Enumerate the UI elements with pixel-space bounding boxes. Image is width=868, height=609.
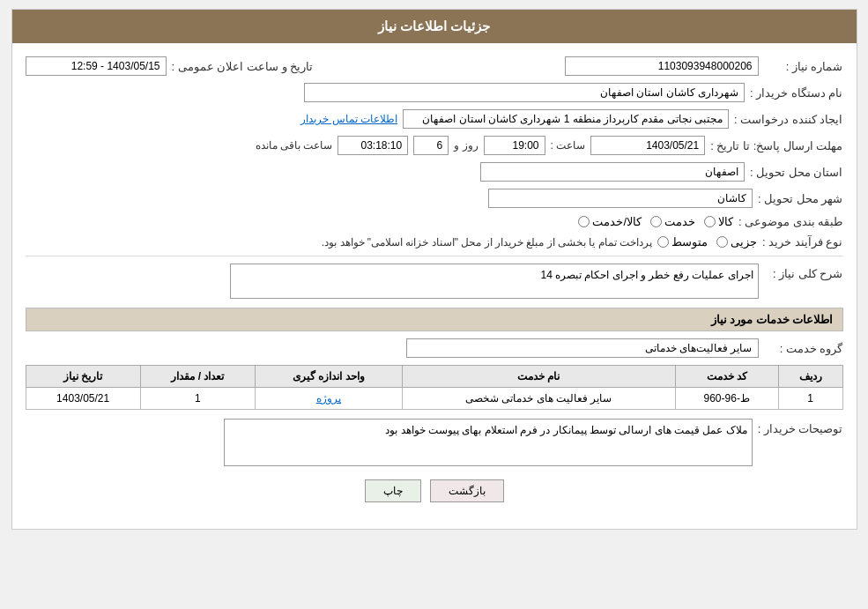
page-title: جزئیات اطلاعات نیاز xyxy=(378,19,490,33)
row-buyer-desc: توصیحات خریدار : ملاک عمل قیمت های ارسال… xyxy=(26,419,843,466)
purchase-type-note: پرداخت تمام یا بخشی از مبلغ خریدار از مح… xyxy=(26,236,653,249)
cell-date: 1403/05/21 xyxy=(26,388,140,410)
cell-unit: پروژه xyxy=(255,388,402,410)
radio-kala-khedmat-label: کالا/خدمت xyxy=(592,215,642,228)
remaining-days-label: روز و xyxy=(454,139,478,152)
cell-quantity: 1 xyxy=(140,388,255,410)
buyer-desc-label: توصیحات خریدار : xyxy=(758,419,843,435)
row-province: استان محل تحویل : xyxy=(26,162,843,182)
category-label: طبقه بندی موضوعی : xyxy=(738,215,842,228)
radio-jozi[interactable] xyxy=(716,236,728,248)
content-area: شماره نیاز : تاریخ و ساعت اعلان عمومی : … xyxy=(12,43,857,529)
col-header-row: ردیف xyxy=(778,366,842,388)
divider-1 xyxy=(26,256,843,256)
radio-item-khedmat: خدمت xyxy=(650,215,695,228)
row-notice-number: شماره نیاز : تاریخ و ساعت اعلان عمومی : xyxy=(26,56,843,76)
row-city: شهر محل تحویل : xyxy=(26,189,843,208)
contact-info-link[interactable]: اطلاعات تماس خریدار xyxy=(300,113,397,125)
row-service-group: گروه خدمت : xyxy=(26,338,843,358)
radio-motavasset-label: متوسط xyxy=(671,235,708,249)
deadline-date-input[interactable] xyxy=(590,136,705,155)
radio-item-jozi: جزیی xyxy=(716,235,757,249)
unit-link[interactable]: پروژه xyxy=(316,392,341,405)
radio-item-motavasset: متوسط xyxy=(657,235,708,249)
services-table: ردیف کد خدمت نام خدمت واحد اندازه گیری ت… xyxy=(26,365,843,410)
col-header-unit: واحد اندازه گیری xyxy=(255,366,402,388)
print-button[interactable]: چاپ xyxy=(365,479,421,502)
province-input[interactable] xyxy=(480,162,745,182)
deadline-time-label: ساعت : xyxy=(551,139,586,152)
table-header-row: ردیف کد خدمت نام خدمت واحد اندازه گیری ت… xyxy=(26,366,842,388)
row-creator: ایجاد کننده درخواست : اطلاعات تماس خریدا… xyxy=(26,109,843,129)
main-container: جزئیات اطلاعات نیاز شماره نیاز : تاریخ و… xyxy=(11,9,857,530)
city-input[interactable] xyxy=(488,189,753,208)
radio-item-kala-khedmat: کالا/خدمت xyxy=(578,215,642,228)
cell-name: سایر فعالیت های خدماتی شخصی xyxy=(402,388,675,410)
buyer-desc-textarea[interactable]: ملاک عمل قیمت های ارسالی توسط پیمانکار د… xyxy=(224,419,753,466)
radio-kala-khedmat[interactable] xyxy=(578,216,590,227)
radio-item-kala: کالا xyxy=(704,215,733,228)
notice-number-label: شماره نیاز : xyxy=(764,60,843,73)
buyer-org-input[interactable] xyxy=(304,83,745,102)
remaining-time-label: ساعت باقی مانده xyxy=(256,139,333,152)
announce-datetime-label: تاریخ و ساعت اعلان عمومی : xyxy=(172,60,314,73)
service-group-input[interactable] xyxy=(406,338,759,358)
deadline-time-input[interactable] xyxy=(484,136,545,155)
need-description-label: شرح کلی نیاز : xyxy=(764,264,843,280)
col-header-date: تاریخ نیاز xyxy=(26,366,140,388)
cell-code: ط-96-960 xyxy=(675,388,778,410)
creator-input[interactable] xyxy=(403,109,729,129)
buttons-row: بازگشت چاپ xyxy=(26,479,843,516)
province-label: استان محل تحویل : xyxy=(750,166,842,179)
radio-kala[interactable] xyxy=(704,216,716,227)
category-radio-group: کالا خدمت کالا/خدمت xyxy=(578,215,733,228)
services-section-title: اطلاعات خدمات مورد نیاز xyxy=(26,308,843,331)
radio-khedmat[interactable] xyxy=(650,216,662,227)
cell-row: 1 xyxy=(778,388,842,410)
buyer-org-label: نام دستگاه خریدار : xyxy=(750,86,842,100)
remaining-days-input[interactable] xyxy=(413,136,449,155)
row-buyer-org: نام دستگاه خریدار : xyxy=(26,83,843,102)
radio-jozi-label: جزیی xyxy=(731,235,757,249)
table-body: 1ط-96-960سایر فعالیت های خدماتی شخصیپروژ… xyxy=(26,388,842,410)
radio-khedmat-label: خدمت xyxy=(664,215,695,228)
col-header-code: کد خدمت xyxy=(675,366,778,388)
page-header: جزئیات اطلاعات نیاز xyxy=(12,10,857,43)
deadline-label: مهلت ارسال پاسخ: تا تاریخ : xyxy=(710,139,842,152)
row-category: طبقه بندی موضوعی : کالا خدمت کالا/خدمت xyxy=(26,215,843,228)
col-header-name: نام خدمت xyxy=(402,366,675,388)
service-group-label: گروه خدمت : xyxy=(764,342,843,355)
row-need-description: شرح کلی نیاز : اجرای عملیات رفع خطر و اج… xyxy=(26,264,843,299)
city-label: شهر محل تحویل : xyxy=(758,192,842,205)
notice-number-input[interactable] xyxy=(565,56,759,76)
table-row: 1ط-96-960سایر فعالیت های خدماتی شخصیپروژ… xyxy=(26,388,842,410)
need-description-textarea[interactable]: اجرای عملیات رفع خطر و اجرای احکام تبصره… xyxy=(230,264,759,299)
row-deadline: مهلت ارسال پاسخ: تا تاریخ : ساعت : روز و… xyxy=(26,136,843,155)
remaining-time-input[interactable] xyxy=(338,136,408,155)
back-button[interactable]: بازگشت xyxy=(430,479,504,502)
col-header-qty: تعداد / مقدار xyxy=(140,366,255,388)
purchase-type-label: نوع فرآیند خرید : xyxy=(762,235,842,249)
announce-datetime-input[interactable] xyxy=(26,56,167,76)
radio-motavasset[interactable] xyxy=(657,236,669,248)
purchase-type-radio-group: جزیی متوسط xyxy=(657,235,757,249)
row-purchase-type: نوع فرآیند خرید : جزیی متوسط پرداخت تمام… xyxy=(26,235,843,249)
radio-kala-label: کالا xyxy=(718,215,733,228)
creator-label: ایجاد کننده درخواست : xyxy=(734,113,842,126)
